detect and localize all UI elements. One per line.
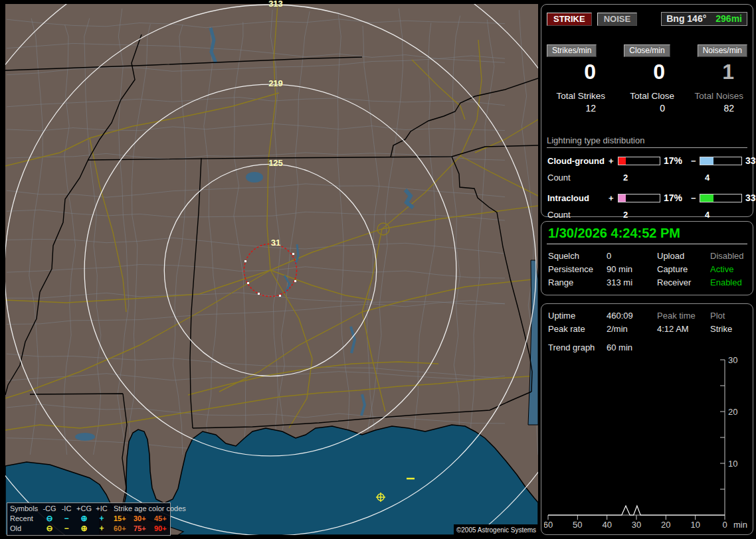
tn-al-border bbox=[88, 145, 538, 160]
app-window: { "window": { "copyright": "©2005 Astrog… bbox=[0, 0, 756, 539]
legend-col-nic: -IC bbox=[58, 504, 74, 513]
total-labels-row: Total Strikes Total Close Total Noises bbox=[541, 83, 753, 101]
cloud-ground-label: Cloud-ground bbox=[547, 156, 609, 166]
recent-nic-icon: − bbox=[58, 514, 74, 523]
close-per-min-chip: Close/min bbox=[624, 44, 670, 57]
age-15: 15+ bbox=[114, 514, 134, 523]
county-lines bbox=[7, 9, 538, 463]
age-45: 45+ bbox=[154, 514, 174, 523]
ic-minus-bar bbox=[700, 194, 742, 202]
copyright-bar: ©2005 Astrogenic Systems bbox=[454, 524, 539, 535]
trend-graph-label: Trend graph bbox=[548, 343, 607, 352]
capture-label: Capture bbox=[657, 263, 710, 276]
age-75: 75+ bbox=[134, 524, 154, 533]
range-label: Range bbox=[548, 276, 607, 289]
recent-pic-icon: + bbox=[94, 514, 110, 523]
plus-sign: + bbox=[609, 193, 618, 203]
svg-text:40: 40 bbox=[602, 520, 611, 530]
total-noises-label: Total Noises bbox=[685, 91, 747, 101]
cg-minus-bar bbox=[700, 157, 742, 165]
ic-plus-bar bbox=[618, 194, 660, 202]
strikes-per-min-value: 0 bbox=[547, 60, 609, 83]
count-label: Count bbox=[547, 210, 609, 220]
total-noises-value: 82 bbox=[685, 101, 747, 116]
legend-row-recent-label: Recent bbox=[10, 514, 41, 523]
uptime-value: 460:09 bbox=[607, 309, 657, 323]
minus-sign: − bbox=[691, 193, 700, 203]
rate-chip-row: Strikes/min Close/min Noises/min bbox=[541, 44, 753, 57]
total-close-label: Total Close bbox=[616, 91, 678, 101]
mode-button-row: STRIKE NOISE Bng 146° 296mi bbox=[541, 5, 753, 26]
peak-rate-label: Peak rate bbox=[548, 323, 607, 336]
peak-time-value: 4:12 AM bbox=[657, 323, 710, 336]
counters-panel: STRIKE NOISE Bng 146° 296mi Strikes/min … bbox=[541, 4, 753, 217]
intracloud-label: Intracloud bbox=[547, 193, 609, 203]
ring-label-31: 31 bbox=[261, 238, 290, 248]
peak-rate-value: 2/min bbox=[607, 323, 657, 336]
strikes-per-min-chip: Strikes/min bbox=[547, 44, 597, 57]
intracloud-row: Intracloud + 17% − 33% bbox=[541, 191, 753, 204]
old-nic-icon: − bbox=[58, 524, 74, 533]
cg-minus-pct: 33% bbox=[742, 155, 756, 166]
total-strikes-value: 12 bbox=[547, 101, 609, 116]
status-panel: 1/30/2026 4:24:52 PM Squelch 0 Upload Di… bbox=[541, 221, 753, 295]
chattahoochee-river bbox=[528, 260, 538, 425]
cloud-ground-count-row: Count 2 4 bbox=[541, 171, 753, 183]
bearing-value: Bng 146° bbox=[666, 13, 706, 24]
uptime-label: Uptime bbox=[548, 309, 607, 323]
bearing-distance: 296mi bbox=[715, 13, 742, 24]
svg-text:20: 20 bbox=[728, 407, 737, 417]
receiver-label: Receiver bbox=[657, 276, 710, 289]
noise-mode-button[interactable]: NOISE bbox=[597, 13, 637, 26]
age-60: 60+ bbox=[114, 524, 134, 533]
total-close-value: 0 bbox=[616, 101, 678, 116]
session-grid: Uptime 460:09 Peak time Plot Peak rate 2… bbox=[541, 304, 753, 336]
age-90: 90+ bbox=[154, 524, 174, 533]
svg-text:20: 20 bbox=[661, 520, 670, 530]
old-pic-icon: + bbox=[94, 524, 110, 533]
upload-label: Upload bbox=[657, 250, 710, 263]
cg-plus-pct: 17% bbox=[660, 155, 691, 166]
cg-plus-bar bbox=[618, 157, 660, 165]
status-grid: Squelch 0 Upload Disabled Persistence 90… bbox=[541, 244, 753, 289]
recent-ncg-icon: ⊖ bbox=[41, 514, 58, 523]
svg-text:50: 50 bbox=[573, 520, 582, 530]
svg-text:0: 0 bbox=[722, 520, 727, 530]
svg-text:30: 30 bbox=[632, 520, 641, 530]
intracloud-count-row: Count 2 4 bbox=[541, 208, 753, 220]
minus-sign: − bbox=[691, 156, 700, 166]
cloud-ground-row: Cloud-ground + 17% − 33% bbox=[541, 154, 753, 167]
trend-graph: 1020306050403020100min bbox=[544, 352, 753, 533]
ic-minus-count: 4 bbox=[700, 210, 756, 220]
upload-value: Disabled bbox=[710, 250, 746, 263]
rate-values-row: 0 0 1 bbox=[541, 57, 753, 83]
svg-text:60: 60 bbox=[544, 520, 553, 530]
receiver-value: Enabled bbox=[710, 276, 746, 289]
svg-text:10: 10 bbox=[728, 459, 737, 469]
trend-graph-row: Trend graph 60 min bbox=[541, 336, 753, 352]
ky-tn-border bbox=[5, 57, 362, 70]
count-label: Count bbox=[547, 173, 609, 183]
bearing-chip: Bng 146° 296mi bbox=[661, 12, 747, 26]
total-values-row: 12 0 82 bbox=[541, 101, 753, 116]
legend-row-old-label: Old bbox=[10, 524, 41, 533]
close-per-min-value: 0 bbox=[616, 60, 678, 83]
ic-plus-count: 2 bbox=[618, 210, 691, 220]
recent-pcg-icon: ⊕ bbox=[74, 514, 94, 523]
ic-plus-pct: 17% bbox=[660, 193, 691, 203]
ring-label-313: 313 bbox=[261, 0, 290, 9]
strike-mode-button[interactable]: STRIKE bbox=[547, 13, 592, 26]
legend-symbols-header: Symbols bbox=[10, 504, 41, 513]
svg-text:10: 10 bbox=[690, 520, 700, 530]
noises-per-min-value: 1 bbox=[685, 60, 747, 83]
total-strikes-label: Total Strikes bbox=[547, 91, 609, 101]
persistence-value: 90 min bbox=[607, 263, 657, 276]
trend-graph-window: 60 min bbox=[607, 343, 746, 352]
legend-col-pcg: +CG bbox=[74, 504, 94, 513]
persistence-label: Persistence bbox=[548, 263, 607, 276]
clock-display: 1/30/2026 4:24:52 PM bbox=[541, 222, 753, 243]
range-value: 313 mi bbox=[607, 276, 657, 289]
session-panel: Uptime 460:09 Peak time Plot Peak rate 2… bbox=[541, 303, 753, 535]
ic-minus-pct: 33% bbox=[742, 193, 756, 203]
ring-label-125: 125 bbox=[261, 158, 290, 168]
